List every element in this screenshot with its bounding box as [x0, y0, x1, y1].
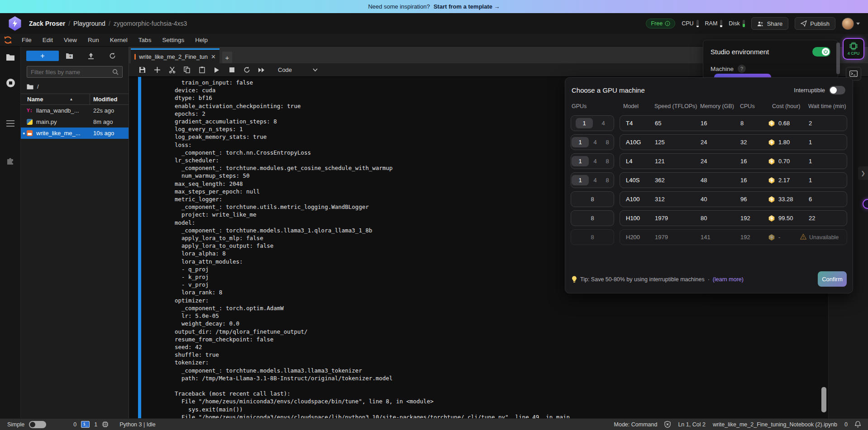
gpu-count-option[interactable]: 1	[572, 156, 589, 166]
breadcrumb-project[interactable]: zygomorphic-fuchsia-4xs3	[114, 20, 187, 27]
kernel-chip-icon[interactable]	[102, 421, 109, 428]
save-icon[interactable]	[138, 66, 146, 74]
gpu-count-selector[interactable]: 14	[571, 115, 614, 131]
bell-icon[interactable]	[855, 421, 861, 428]
column-modified[interactable]: Modified	[93, 96, 117, 103]
gpu-machine-option[interactable]: H2001979141192-Unavailable	[620, 229, 847, 245]
tab-notebook[interactable]: write_like_me_2_Fine_tun ✕	[131, 48, 219, 63]
gpu-machine-option[interactable]: H10019798019299.5022	[620, 210, 847, 226]
add-cell-icon[interactable]	[153, 66, 161, 74]
share-button[interactable]: Share	[751, 17, 789, 30]
gpu-count-selector[interactable]: 148	[571, 153, 614, 169]
simple-mode-toggle[interactable]	[29, 421, 46, 428]
banner-cta-link[interactable]: Start from a template →	[434, 3, 500, 10]
breadcrumb-user[interactable]: Zack Proser	[29, 20, 65, 27]
gpu-count-option[interactable]: 1	[572, 175, 589, 185]
interruptible-toggle[interactable]	[829, 86, 845, 95]
notebook-scrollbar[interactable]	[821, 387, 826, 412]
file-row[interactable]: Y:llama_wandb_...22s ago	[21, 105, 129, 116]
panel-scrollbar[interactable]	[836, 43, 840, 74]
upload-icon[interactable]	[80, 52, 101, 59]
gpu-count-option[interactable]: 8	[601, 158, 613, 165]
learn-more-link[interactable]: (learn more)	[713, 276, 744, 283]
active-cell-bar[interactable]	[138, 77, 141, 418]
filter-files-box[interactable]	[27, 66, 123, 78]
gpu-count-option[interactable]: 1	[576, 118, 593, 128]
confirm-button[interactable]: Confirm	[818, 271, 847, 287]
close-icon[interactable]: ✕	[211, 53, 216, 60]
restart-kernel-icon[interactable]	[243, 66, 251, 74]
refresh-icon[interactable]	[102, 52, 123, 59]
plan-badge[interactable]: Free i	[646, 19, 675, 28]
menu-file[interactable]: File	[16, 34, 37, 46]
cut-cell-icon[interactable]	[168, 66, 176, 74]
gpu-machine-option[interactable]: T4651680.682	[620, 115, 847, 131]
gpu-count-option[interactable]: 4	[597, 120, 609, 127]
file-breadcrumb[interactable]: /	[21, 78, 129, 94]
filter-files-input[interactable]	[31, 69, 112, 76]
gpu-count-option[interactable]: 1	[572, 137, 589, 147]
chevron-right-icon: ❯	[861, 170, 865, 176]
kernel-status[interactable]: Python 3 | Idle	[119, 421, 156, 428]
table-of-contents-icon[interactable]	[5, 118, 16, 129]
running-kernels-icon[interactable]	[5, 77, 16, 88]
gpu-count-option[interactable]: 8	[601, 177, 613, 184]
gpu-count-selector[interactable]: 8	[571, 191, 614, 207]
cpu-gauge[interactable]: CPU	[682, 20, 698, 27]
paste-cell-icon[interactable]	[198, 66, 206, 74]
menu-run[interactable]: Run	[82, 34, 105, 46]
terminal-count-icon[interactable]: $_	[81, 421, 90, 428]
promo-banner[interactable]: Need some inspiration? Start from a temp…	[0, 0, 868, 13]
avatar[interactable]	[842, 18, 854, 30]
gpu-count-selector[interactable]: 148	[571, 172, 614, 188]
copy-cell-icon[interactable]	[183, 66, 191, 74]
cursor-position[interactable]: Ln 1, Col 2	[678, 421, 705, 428]
gpu-count-selector[interactable]: 8	[571, 210, 614, 226]
gpu-count-selector[interactable]: 8	[571, 229, 614, 245]
file-row[interactable]: ●write_like_me_...10s ago	[21, 128, 129, 139]
active-filename[interactable]: write_like_me_2_Fine_tuning_Notebook (2)…	[713, 421, 837, 428]
menu-edit[interactable]: Edit	[37, 34, 58, 46]
environment-toggle[interactable]	[812, 47, 830, 57]
gpu-count-option[interactable]: 8	[587, 215, 598, 222]
gpu-count-option[interactable]: 4	[589, 158, 601, 165]
gpu-count-option[interactable]: 8	[587, 196, 598, 203]
new-tab-button[interactable]: +	[222, 52, 232, 63]
help-icon[interactable]: ?	[738, 65, 746, 73]
menu-tabs[interactable]: Tabs	[133, 34, 157, 46]
gpu-count-option[interactable]: 8	[587, 234, 598, 241]
extensions-puzzle-icon[interactable]	[5, 155, 16, 166]
restart-run-all-icon[interactable]	[258, 66, 266, 74]
ram-gauge[interactable]: RAM	[705, 20, 723, 27]
menu-help[interactable]: Help	[190, 34, 213, 46]
shield-icon[interactable]	[664, 421, 671, 428]
run-cell-icon[interactable]	[213, 66, 221, 74]
gpu-machine-option[interactable]: A100312409633.286	[620, 191, 847, 207]
menu-settings[interactable]: Settings	[157, 34, 190, 46]
cell-type-dropdown[interactable]: Code	[278, 66, 318, 73]
gpu-count-option[interactable]: 4	[589, 139, 601, 146]
machine-cpu-chip[interactable]: 4 CPU	[843, 38, 864, 60]
gpu-count-option[interactable]: 4	[589, 177, 601, 184]
gpu-machine-option[interactable]: A10G12524321.801	[620, 134, 847, 150]
collapse-panel-button[interactable]: ❯	[858, 166, 868, 180]
menu-kernel[interactable]: Kernel	[105, 34, 133, 46]
disk-gauge[interactable]: Disk	[729, 20, 744, 27]
user-menu[interactable]	[842, 18, 860, 30]
gpu-machine-option[interactable]: L40S36248162.171	[620, 172, 847, 188]
new-launcher-button[interactable]: +	[26, 51, 59, 61]
new-folder-icon[interactable]: +	[59, 53, 80, 59]
publish-button[interactable]: Publish	[795, 17, 835, 30]
gpu-machine-option[interactable]: L412124160.701	[620, 153, 847, 169]
gpu-count-option[interactable]: 8	[601, 139, 613, 146]
file-row[interactable]: main.py8m ago	[21, 116, 129, 128]
menu-view[interactable]: View	[58, 34, 82, 46]
file-browser-icon[interactable]	[5, 52, 16, 63]
breadcrumb-section[interactable]: Playground	[73, 20, 105, 27]
stop-kernel-icon[interactable]	[228, 66, 236, 74]
gpu-cpus: 32	[740, 139, 747, 146]
gpu-count-selector[interactable]: 148	[571, 134, 614, 150]
lightning-logo-icon[interactable]	[8, 16, 22, 31]
file-list-header[interactable]: Name ▲ Modified	[21, 94, 129, 105]
column-name[interactable]: Name	[27, 96, 43, 103]
